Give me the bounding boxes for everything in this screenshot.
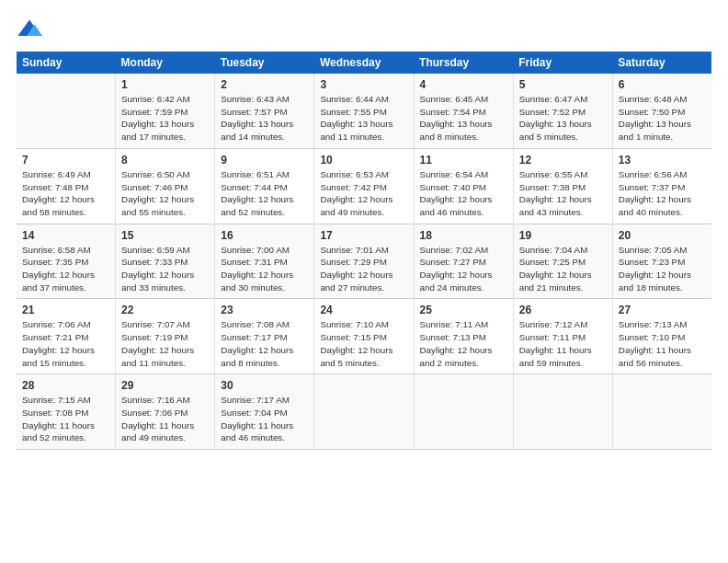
day-number: 8 (121, 154, 209, 167)
cell-4-2: 22Sunrise: 7:07 AM Sunset: 7:19 PM Dayli… (116, 299, 215, 374)
day-info: Sunrise: 7:11 AM Sunset: 7:13 PM Dayligh… (420, 318, 507, 369)
col-header-tuesday: Tuesday (215, 52, 314, 74)
col-header-sunday: Sunday (17, 52, 116, 74)
cell-2-6: 12Sunrise: 6:55 AM Sunset: 7:38 PM Dayli… (513, 148, 612, 224)
day-info: Sunrise: 7:10 AM Sunset: 7:15 PM Dayligh… (320, 318, 407, 369)
cell-4-4: 24Sunrise: 7:10 AM Sunset: 7:15 PM Dayli… (314, 299, 414, 374)
cell-1-4: 3Sunrise: 6:44 AM Sunset: 7:55 PM Daylig… (314, 74, 414, 148)
cell-3-6: 19Sunrise: 7:04 AM Sunset: 7:25 PM Dayli… (513, 224, 612, 299)
day-info: Sunrise: 6:55 AM Sunset: 7:38 PM Dayligh… (519, 168, 607, 219)
day-number: 19 (519, 229, 607, 242)
week-row-2: 7Sunrise: 6:49 AM Sunset: 7:48 PM Daylig… (17, 148, 711, 224)
week-row-5: 28Sunrise: 7:15 AM Sunset: 7:08 PM Dayli… (17, 374, 711, 450)
day-info: Sunrise: 6:48 AM Sunset: 7:50 PM Dayligh… (619, 93, 706, 144)
cell-2-4: 10Sunrise: 6:53 AM Sunset: 7:42 PM Dayli… (314, 148, 414, 224)
cell-4-7: 27Sunrise: 7:13 AM Sunset: 7:10 PM Dayli… (612, 299, 711, 374)
week-row-1: 1Sunrise: 6:42 AM Sunset: 7:59 PM Daylig… (17, 74, 711, 148)
cell-4-5: 25Sunrise: 7:11 AM Sunset: 7:13 PM Dayli… (414, 299, 513, 374)
day-number: 12 (519, 154, 607, 167)
header-row: SundayMondayTuesdayWednesdayThursdayFrid… (17, 52, 711, 74)
cell-4-6: 26Sunrise: 7:12 AM Sunset: 7:11 PM Dayli… (513, 299, 612, 374)
day-number: 21 (22, 304, 109, 316)
week-row-4: 21Sunrise: 7:06 AM Sunset: 7:21 PM Dayli… (17, 299, 711, 374)
cell-3-4: 17Sunrise: 7:01 AM Sunset: 7:29 PM Dayli… (314, 224, 414, 299)
cell-1-1 (17, 74, 116, 148)
day-info: Sunrise: 6:42 AM Sunset: 7:59 PM Dayligh… (121, 93, 209, 144)
day-number: 20 (619, 229, 706, 242)
day-info: Sunrise: 6:49 AM Sunset: 7:48 PM Dayligh… (22, 168, 109, 219)
day-info: Sunrise: 6:59 AM Sunset: 7:33 PM Dayligh… (121, 244, 209, 294)
logo (17, 17, 46, 42)
day-info: Sunrise: 6:50 AM Sunset: 7:46 PM Dayligh… (121, 168, 209, 219)
day-info: Sunrise: 6:58 AM Sunset: 7:35 PM Dayligh… (22, 244, 109, 294)
cell-3-2: 15Sunrise: 6:59 AM Sunset: 7:33 PM Dayli… (116, 224, 215, 299)
day-number: 7 (22, 154, 109, 167)
cell-4-1: 21Sunrise: 7:06 AM Sunset: 7:21 PM Dayli… (17, 299, 116, 374)
day-number: 28 (22, 379, 109, 392)
day-info: Sunrise: 7:04 AM Sunset: 7:25 PM Dayligh… (519, 244, 607, 294)
day-info: Sunrise: 6:44 AM Sunset: 7:55 PM Dayligh… (320, 93, 407, 144)
cell-5-1: 28Sunrise: 7:15 AM Sunset: 7:08 PM Dayli… (17, 374, 116, 450)
day-number: 5 (519, 78, 607, 91)
day-number: 18 (420, 229, 507, 242)
cell-2-7: 13Sunrise: 6:56 AM Sunset: 7:37 PM Dayli… (612, 148, 711, 224)
day-number: 24 (320, 304, 407, 316)
week-row-3: 14Sunrise: 6:58 AM Sunset: 7:35 PM Dayli… (17, 224, 711, 299)
day-info: Sunrise: 7:16 AM Sunset: 7:06 PM Dayligh… (121, 394, 209, 444)
day-number: 16 (221, 229, 308, 242)
day-number: 30 (221, 379, 308, 392)
day-number: 11 (420, 154, 507, 167)
cell-2-3: 9Sunrise: 6:51 AM Sunset: 7:44 PM Daylig… (215, 148, 314, 224)
day-info: Sunrise: 6:43 AM Sunset: 7:57 PM Dayligh… (221, 93, 308, 144)
cell-3-5: 18Sunrise: 7:02 AM Sunset: 7:27 PM Dayli… (414, 224, 513, 299)
cell-1-7: 6Sunrise: 6:48 AM Sunset: 7:50 PM Daylig… (612, 74, 711, 148)
day-number: 27 (619, 304, 706, 316)
day-info: Sunrise: 6:47 AM Sunset: 7:52 PM Dayligh… (519, 93, 607, 144)
col-header-monday: Monday (116, 52, 215, 74)
col-header-friday: Friday (513, 52, 612, 74)
day-info: Sunrise: 6:45 AM Sunset: 7:54 PM Dayligh… (420, 93, 507, 144)
day-number: 3 (320, 78, 407, 91)
cell-4-3: 23Sunrise: 7:08 AM Sunset: 7:17 PM Dayli… (215, 299, 314, 374)
cell-5-2: 29Sunrise: 7:16 AM Sunset: 7:06 PM Dayli… (116, 374, 215, 450)
col-header-saturday: Saturday (612, 52, 711, 74)
day-info: Sunrise: 7:12 AM Sunset: 7:11 PM Dayligh… (519, 318, 607, 369)
day-number: 17 (320, 229, 407, 242)
day-info: Sunrise: 7:01 AM Sunset: 7:29 PM Dayligh… (320, 244, 407, 294)
cell-1-2: 1Sunrise: 6:42 AM Sunset: 7:59 PM Daylig… (116, 74, 215, 148)
day-number: 6 (619, 78, 706, 91)
cell-5-4 (314, 374, 414, 450)
day-info: Sunrise: 7:13 AM Sunset: 7:10 PM Dayligh… (619, 318, 706, 369)
cell-1-6: 5Sunrise: 6:47 AM Sunset: 7:52 PM Daylig… (513, 74, 612, 148)
cell-5-7 (612, 374, 711, 450)
day-info: Sunrise: 7:06 AM Sunset: 7:21 PM Dayligh… (22, 318, 109, 369)
col-header-wednesday: Wednesday (314, 52, 414, 74)
day-number: 14 (22, 229, 109, 242)
cell-3-1: 14Sunrise: 6:58 AM Sunset: 7:35 PM Dayli… (17, 224, 116, 299)
day-info: Sunrise: 7:05 AM Sunset: 7:23 PM Dayligh… (619, 244, 706, 294)
day-number: 15 (121, 229, 209, 242)
day-info: Sunrise: 7:15 AM Sunset: 7:08 PM Dayligh… (22, 394, 109, 444)
cell-5-3: 30Sunrise: 7:17 AM Sunset: 7:04 PM Dayli… (215, 374, 314, 450)
day-info: Sunrise: 6:54 AM Sunset: 7:40 PM Dayligh… (420, 168, 507, 219)
day-info: Sunrise: 6:56 AM Sunset: 7:37 PM Dayligh… (619, 168, 706, 219)
day-number: 4 (420, 78, 507, 91)
day-number: 23 (221, 304, 308, 316)
day-info: Sunrise: 7:17 AM Sunset: 7:04 PM Dayligh… (221, 394, 308, 444)
day-info: Sunrise: 7:08 AM Sunset: 7:17 PM Dayligh… (221, 318, 308, 369)
cell-5-5 (414, 374, 513, 450)
day-info: Sunrise: 7:00 AM Sunset: 7:31 PM Dayligh… (221, 244, 308, 294)
col-header-thursday: Thursday (414, 52, 513, 74)
header (17, 17, 711, 42)
day-number: 9 (221, 154, 308, 167)
page: SundayMondayTuesdayWednesdayThursdayFrid… (0, 0, 728, 563)
day-number: 29 (121, 379, 209, 392)
day-info: Sunrise: 7:02 AM Sunset: 7:27 PM Dayligh… (420, 244, 507, 294)
day-number: 10 (320, 154, 407, 167)
day-number: 26 (519, 304, 607, 316)
cell-5-6 (513, 374, 612, 450)
day-number: 1 (121, 78, 209, 91)
cell-2-5: 11Sunrise: 6:54 AM Sunset: 7:40 PM Dayli… (414, 148, 513, 224)
cell-3-7: 20Sunrise: 7:05 AM Sunset: 7:23 PM Dayli… (612, 224, 711, 299)
day-number: 13 (619, 154, 706, 167)
